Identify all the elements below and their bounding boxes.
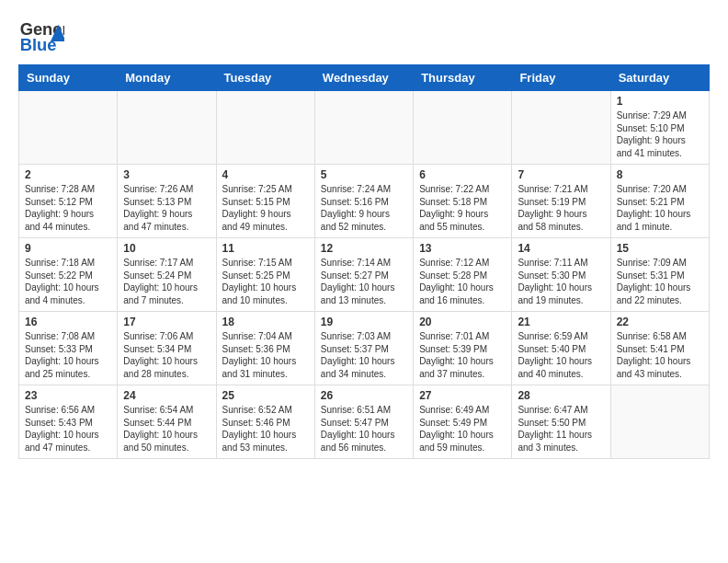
- day-info: Sunrise: 7:21 AM Sunset: 5:19 PM Dayligh…: [518, 183, 604, 233]
- weekday-header-saturday: Saturday: [610, 65, 709, 91]
- calendar-week-row: 2Sunrise: 7:28 AM Sunset: 5:12 PM Daylig…: [19, 165, 710, 238]
- day-info: Sunrise: 7:11 AM Sunset: 5:30 PM Dayligh…: [518, 257, 604, 306]
- day-number: 9: [25, 242, 111, 255]
- svg-text:Blue: Blue: [20, 35, 57, 54]
- day-info: Sunrise: 7:24 AM Sunset: 5:16 PM Dayligh…: [321, 183, 407, 233]
- day-number: 26: [321, 389, 407, 402]
- day-number: 3: [123, 168, 210, 181]
- calendar-header-row: SundayMondayTuesdayWednesdayThursdayFrid…: [19, 65, 710, 91]
- calendar-cell: [512, 91, 610, 165]
- day-info: Sunrise: 7:14 AM Sunset: 5:27 PM Dayligh…: [321, 257, 407, 306]
- calendar-cell: 14Sunrise: 7:11 AM Sunset: 5:30 PM Dayli…: [512, 238, 610, 312]
- day-number: 27: [419, 389, 506, 402]
- day-number: 12: [321, 242, 407, 255]
- logo-icon: General Blue: [18, 18, 64, 55]
- calendar-cell: [314, 91, 413, 165]
- calendar-cell: 13Sunrise: 7:12 AM Sunset: 5:28 PM Dayli…: [414, 238, 512, 312]
- calendar-cell: 25Sunrise: 6:52 AM Sunset: 5:46 PM Dayli…: [216, 385, 314, 459]
- day-info: Sunrise: 6:59 AM Sunset: 5:40 PM Dayligh…: [518, 330, 604, 380]
- day-info: Sunrise: 6:54 AM Sunset: 5:44 PM Dayligh…: [123, 404, 210, 454]
- calendar-cell: [118, 91, 216, 165]
- calendar-cell: 4Sunrise: 7:25 AM Sunset: 5:15 PM Daylig…: [216, 165, 314, 238]
- weekday-header-friday: Friday: [512, 65, 610, 91]
- calendar-cell: 17Sunrise: 7:06 AM Sunset: 5:34 PM Dayli…: [118, 312, 216, 385]
- logo: General Blue: [18, 18, 68, 55]
- calendar-cell: 27Sunrise: 6:49 AM Sunset: 5:49 PM Dayli…: [414, 385, 512, 459]
- calendar-cell: 21Sunrise: 6:59 AM Sunset: 5:40 PM Dayli…: [512, 312, 610, 385]
- day-info: Sunrise: 7:04 AM Sunset: 5:36 PM Dayligh…: [222, 330, 309, 380]
- day-number: 22: [617, 316, 703, 328]
- day-info: Sunrise: 6:52 AM Sunset: 5:46 PM Dayligh…: [222, 404, 309, 454]
- calendar-cell: 28Sunrise: 6:47 AM Sunset: 5:50 PM Dayli…: [512, 385, 610, 459]
- day-number: 13: [419, 242, 506, 255]
- day-number: 28: [518, 389, 604, 402]
- weekday-header-tuesday: Tuesday: [216, 65, 314, 91]
- calendar-cell: 16Sunrise: 7:08 AM Sunset: 5:33 PM Dayli…: [19, 312, 118, 385]
- day-number: 6: [419, 168, 506, 181]
- calendar-cell: 2Sunrise: 7:28 AM Sunset: 5:12 PM Daylig…: [19, 165, 118, 238]
- day-info: Sunrise: 6:58 AM Sunset: 5:41 PM Dayligh…: [617, 330, 703, 380]
- weekday-header-sunday: Sunday: [19, 65, 118, 91]
- day-number: 20: [419, 316, 506, 328]
- day-number: 24: [123, 389, 210, 402]
- day-number: 18: [222, 316, 309, 328]
- day-info: Sunrise: 6:47 AM Sunset: 5:50 PM Dayligh…: [518, 404, 604, 454]
- day-number: 14: [518, 242, 604, 255]
- day-info: Sunrise: 7:12 AM Sunset: 5:28 PM Dayligh…: [419, 257, 506, 306]
- calendar-cell: 12Sunrise: 7:14 AM Sunset: 5:27 PM Dayli…: [314, 238, 413, 312]
- day-info: Sunrise: 7:17 AM Sunset: 5:24 PM Dayligh…: [123, 257, 210, 306]
- calendar-cell: 11Sunrise: 7:15 AM Sunset: 5:25 PM Dayli…: [216, 238, 314, 312]
- day-info: Sunrise: 6:51 AM Sunset: 5:47 PM Dayligh…: [321, 404, 407, 454]
- calendar-cell: 15Sunrise: 7:09 AM Sunset: 5:31 PM Dayli…: [610, 238, 709, 312]
- day-number: 8: [617, 168, 703, 181]
- calendar-cell: 18Sunrise: 7:04 AM Sunset: 5:36 PM Dayli…: [216, 312, 314, 385]
- day-number: 11: [222, 242, 309, 255]
- day-info: Sunrise: 7:22 AM Sunset: 5:18 PM Dayligh…: [419, 183, 506, 233]
- day-number: 23: [25, 389, 111, 402]
- calendar-week-row: 9Sunrise: 7:18 AM Sunset: 5:22 PM Daylig…: [19, 238, 710, 312]
- calendar-cell: 19Sunrise: 7:03 AM Sunset: 5:37 PM Dayli…: [314, 312, 413, 385]
- day-number: 2: [25, 168, 111, 181]
- day-number: 16: [25, 316, 111, 328]
- calendar-cell: [19, 91, 118, 165]
- calendar-cell: 26Sunrise: 6:51 AM Sunset: 5:47 PM Dayli…: [314, 385, 413, 459]
- day-number: 4: [222, 168, 309, 181]
- weekday-header-thursday: Thursday: [414, 65, 512, 91]
- calendar-cell: 10Sunrise: 7:17 AM Sunset: 5:24 PM Dayli…: [118, 238, 216, 312]
- day-info: Sunrise: 7:09 AM Sunset: 5:31 PM Dayligh…: [617, 257, 703, 306]
- day-info: Sunrise: 7:15 AM Sunset: 5:25 PM Dayligh…: [222, 257, 309, 306]
- calendar-cell: 20Sunrise: 7:01 AM Sunset: 5:39 PM Dayli…: [414, 312, 512, 385]
- day-info: Sunrise: 7:18 AM Sunset: 5:22 PM Dayligh…: [25, 257, 111, 306]
- calendar-cell: [414, 91, 512, 165]
- calendar-cell: 9Sunrise: 7:18 AM Sunset: 5:22 PM Daylig…: [19, 238, 118, 312]
- day-info: Sunrise: 6:56 AM Sunset: 5:43 PM Dayligh…: [25, 404, 111, 454]
- day-number: 21: [518, 316, 604, 328]
- calendar-cell: 1Sunrise: 7:29 AM Sunset: 5:10 PM Daylig…: [610, 91, 709, 165]
- day-info: Sunrise: 7:26 AM Sunset: 5:13 PM Dayligh…: [123, 183, 210, 233]
- calendar-cell: 22Sunrise: 6:58 AM Sunset: 5:41 PM Dayli…: [610, 312, 709, 385]
- calendar-cell: 23Sunrise: 6:56 AM Sunset: 5:43 PM Dayli…: [19, 385, 118, 459]
- calendar-cell: [610, 385, 709, 459]
- day-number: 17: [123, 316, 210, 328]
- calendar-week-row: 16Sunrise: 7:08 AM Sunset: 5:33 PM Dayli…: [19, 312, 710, 385]
- day-number: 5: [321, 168, 407, 181]
- page-header: General Blue: [18, 18, 710, 55]
- calendar-table: SundayMondayTuesdayWednesdayThursdayFrid…: [18, 64, 710, 459]
- day-number: 1: [617, 95, 703, 108]
- day-info: Sunrise: 7:20 AM Sunset: 5:21 PM Dayligh…: [617, 183, 703, 233]
- day-info: Sunrise: 7:08 AM Sunset: 5:33 PM Dayligh…: [25, 330, 111, 380]
- day-info: Sunrise: 7:06 AM Sunset: 5:34 PM Dayligh…: [123, 330, 210, 380]
- calendar-cell: 3Sunrise: 7:26 AM Sunset: 5:13 PM Daylig…: [118, 165, 216, 238]
- calendar-cell: 7Sunrise: 7:21 AM Sunset: 5:19 PM Daylig…: [512, 165, 610, 238]
- calendar-cell: 8Sunrise: 7:20 AM Sunset: 5:21 PM Daylig…: [610, 165, 709, 238]
- day-number: 7: [518, 168, 604, 181]
- day-number: 19: [321, 316, 407, 328]
- day-number: 15: [617, 242, 703, 255]
- day-info: Sunrise: 7:29 AM Sunset: 5:10 PM Dayligh…: [617, 109, 703, 159]
- day-info: Sunrise: 7:28 AM Sunset: 5:12 PM Dayligh…: [25, 183, 111, 233]
- calendar-week-row: 23Sunrise: 6:56 AM Sunset: 5:43 PM Dayli…: [19, 385, 710, 459]
- day-info: Sunrise: 7:01 AM Sunset: 5:39 PM Dayligh…: [419, 330, 506, 380]
- calendar-cell: [216, 91, 314, 165]
- day-info: Sunrise: 7:25 AM Sunset: 5:15 PM Dayligh…: [222, 183, 309, 233]
- calendar-cell: 5Sunrise: 7:24 AM Sunset: 5:16 PM Daylig…: [314, 165, 413, 238]
